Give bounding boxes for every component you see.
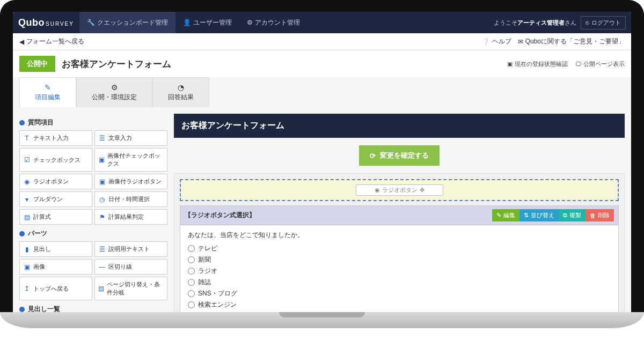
item-pulldown[interactable]: ▾プルダウン [19,191,92,207]
help-icon: ❔ [482,38,490,46]
action-status-check[interactable]: ▣ 現在の登録状態確認 [507,60,568,68]
item-formula[interactable]: ▤計算式 [19,209,92,225]
status-icon: ▣ [507,61,513,68]
back-label: フォーム一覧へ戻る [26,37,84,46]
question-area: ◉ ラジオボタン ✥ 【ラジオボタン式選択】 ✎編集 ⇅並び替え ⧉複製 🗑削除… [174,173,625,312]
tab-publish-settings[interactable]: ⚙ 公開・環境設定 [76,77,152,107]
help-label: ヘルプ [492,37,511,46]
pencil-icon: ✎ [496,212,501,219]
tab-label: 公開・環境設定 [92,93,137,102]
gear-icon: ⚙ [111,83,118,92]
option-row[interactable]: ラジオ [188,265,611,277]
part-page-branch[interactable]: ▤ページ切り替え・条件分岐 [94,277,167,300]
item-text-input[interactable]: Tテキスト入力 [19,130,92,146]
mail-icon: ✉ [518,38,523,46]
edit-icon: ✎ [45,83,51,92]
left-panel: 質問項目 Tテキスト入力 ☰文章入力 ☑チェックボックス ▣画像付チェックボック… [19,114,167,312]
part-divider[interactable]: —区切り線 [94,259,167,275]
radio-input[interactable] [188,256,195,263]
flag-icon: ⚑ [98,213,106,221]
radio-input[interactable] [188,268,195,275]
part-heading[interactable]: ▮見出し [19,241,92,257]
drop-chip: ◉ ラジオボタン ✥ [356,184,443,196]
right-panel: お客様アンケートフォーム ⟳ 変更を確定する ◉ ラジオボタン ✥ 【ラジオボタ… [174,114,625,312]
note-icon: ☰ [98,246,106,253]
nav-label: クエッションボード管理 [97,18,168,27]
section-questions: 質問項目 [19,118,167,127]
trash-icon: 🗑 [590,212,596,219]
part-description[interactable]: ☰説明用テキスト [94,241,167,257]
nav-label: アカウント管理 [255,18,300,27]
calc-icon: ▤ [23,213,31,221]
logout-button[interactable]: ⎋ ログアウト [581,16,626,29]
commit-button[interactable]: ⟳ 変更を確定する [359,145,440,166]
dropzone[interactable]: ◉ ラジオボタン ✥ [180,179,619,201]
radio-input[interactable] [188,290,195,297]
radio-input[interactable] [188,301,195,308]
question-type-label: 【ラジオボタン式選択】 [185,211,492,220]
welcome-text: ようこそアーティス管理者さん [494,19,576,27]
tab-label: 回答結果 [168,93,194,102]
tabs: ✎ 項目編集 ⚙ 公開・環境設定 ◔ 回答結果 [13,77,631,107]
option-row[interactable]: テレビ [188,243,611,254]
nav-account[interactable]: ⚙ アカウント管理 [239,12,308,33]
clock-icon: ◷ [98,196,106,203]
item-textarea[interactable]: ☰文章入力 [94,130,167,146]
part-image[interactable]: ▣画像 [19,259,92,275]
item-radio[interactable]: ◉ラジオボタン [19,174,92,189]
radio-input[interactable] [188,245,195,252]
action-public-page[interactable]: 🖵 公開ページ表示 [575,60,625,68]
option-row[interactable]: 雑誌 [188,277,611,288]
radio-input[interactable] [188,279,195,286]
branch-icon: ▤ [98,285,104,292]
image-radio-icon: ▣ [98,178,106,186]
tab-label: 項目編集 [35,93,61,102]
question-header: 【ラジオボタン式選択】 ✎編集 ⇅並び替え ⧉複製 🗑削除 [180,206,618,225]
item-formula-result[interactable]: ⚑計算結果判定 [94,209,167,225]
q-copy-button[interactable]: ⧉複製 [559,209,586,221]
nav-users[interactable]: 👤 ユーザー管理 [175,12,239,33]
monitor-icon: 🖵 [575,61,581,67]
option-row[interactable]: SNS・ブログ [188,288,611,299]
move-icon: ✥ [420,187,425,194]
logout-label: ログアウト [591,19,621,27]
q-delete-button[interactable]: 🗑削除 [586,209,614,221]
bullet-icon [19,307,25,312]
item-image-radio[interactable]: ▣画像付ラジオボタン [94,174,167,189]
bullet-icon [19,231,25,236]
status-badge: 公開中 [19,56,55,72]
feedback-link[interactable]: ✉ Quboに関する「ご意見・ご要望」 [518,37,625,46]
copy-icon: ⧉ [563,212,567,219]
item-image-checkbox[interactable]: ▣画像付チェックボックス [94,148,167,172]
item-checkbox[interactable]: ☑チェックボックス [19,148,92,172]
page-title: お客様アンケートフォーム [62,58,171,70]
sort-icon: ⇅ [524,212,529,219]
help-link[interactable]: ❔ ヘルプ [482,37,511,46]
paragraph-icon: ☰ [98,135,106,142]
part-back-to-top[interactable]: ↥トップへ戻る [19,277,92,300]
item-datetime[interactable]: ◷日付・時間選択 [94,191,167,207]
q-edit-button[interactable]: ✎編集 [492,209,519,221]
image-icon: ▣ [23,263,31,271]
section-heading-list: 見出し一覧 [19,305,167,312]
logout-icon: ⎋ [586,19,589,26]
commit-label: 変更を確定する [380,151,429,160]
refresh-icon: ⟳ [370,152,376,160]
text-icon: T [23,135,31,142]
question-block: 【ラジオボタン式選択】 ✎編集 ⇅並び替え ⧉複製 🗑削除 あなたは、当店をどこ… [180,205,619,312]
radio-icon: ◉ [375,187,380,194]
gear-icon: ⚙ [247,19,253,26]
option-row[interactable]: 新聞 [188,254,611,265]
bullet-icon [19,120,25,125]
radio-icon: ◉ [23,178,31,186]
pie-icon: ◔ [178,83,184,92]
nav-questionboard[interactable]: 🔧 クエッションボード管理 [79,12,175,33]
q-sort-button[interactable]: ⇅並び替え [519,209,559,221]
tab-results[interactable]: ◔ 回答結果 [152,77,209,107]
user-icon: 👤 [183,19,191,26]
tab-item-edit[interactable]: ✎ 項目編集 [19,77,76,107]
option-row[interactable]: 検索エンジン [188,299,611,310]
back-link[interactable]: ◀ フォーム一覧へ戻る [19,37,84,46]
heading-icon: ▮ [23,246,31,253]
wrench-icon: 🔧 [87,19,95,26]
